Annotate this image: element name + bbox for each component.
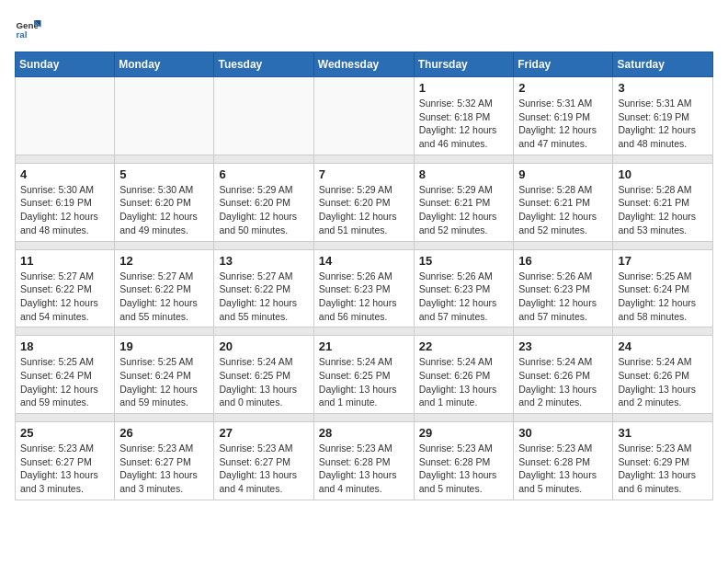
day-cell: 29Sunrise: 5:23 AM Sunset: 6:28 PM Dayli…	[414, 422, 514, 500]
day-info: Sunrise: 5:26 AM Sunset: 6:23 PM Dayligh…	[518, 270, 608, 324]
day-number: 31	[618, 426, 708, 440]
day-info: Sunrise: 5:25 AM Sunset: 6:24 PM Dayligh…	[119, 355, 209, 409]
day-cell: 26Sunrise: 5:23 AM Sunset: 6:27 PM Dayli…	[115, 422, 214, 500]
day-info: Sunrise: 5:24 AM Sunset: 6:26 PM Dayligh…	[518, 355, 608, 409]
day-info: Sunrise: 5:27 AM Sunset: 6:22 PM Dayligh…	[20, 270, 109, 324]
day-number: 13	[219, 254, 308, 268]
page-header: Gene ral	[15, 15, 713, 42]
day-info: Sunrise: 5:30 AM Sunset: 6:20 PM Dayligh…	[119, 183, 209, 237]
day-cell: 28Sunrise: 5:23 AM Sunset: 6:28 PM Dayli…	[313, 422, 414, 500]
row-divider	[16, 414, 713, 422]
day-cell: 31Sunrise: 5:23 AM Sunset: 6:29 PM Dayli…	[613, 422, 713, 500]
day-cell: 16Sunrise: 5:26 AM Sunset: 6:23 PM Dayli…	[514, 249, 613, 327]
day-number: 10	[618, 167, 708, 181]
day-cell: 27Sunrise: 5:23 AM Sunset: 6:27 PM Dayli…	[214, 422, 313, 500]
day-number: 5	[119, 167, 209, 181]
row-divider	[16, 327, 713, 336]
weekday-header-row: SundayMondayTuesdayWednesdayThursdayFrid…	[16, 52, 713, 77]
weekday-monday: Monday	[115, 52, 214, 77]
day-cell: 1Sunrise: 5:32 AM Sunset: 6:18 PM Daylig…	[414, 77, 514, 155]
day-number: 16	[518, 254, 608, 268]
day-cell: 7Sunrise: 5:29 AM Sunset: 6:20 PM Daylig…	[313, 163, 414, 241]
day-cell: 9Sunrise: 5:28 AM Sunset: 6:21 PM Daylig…	[514, 163, 613, 241]
day-info: Sunrise: 5:28 AM Sunset: 6:21 PM Dayligh…	[518, 183, 608, 237]
row-divider	[16, 241, 713, 249]
day-cell	[214, 77, 313, 155]
day-cell: 4Sunrise: 5:30 AM Sunset: 6:19 PM Daylig…	[16, 163, 115, 241]
day-info: Sunrise: 5:29 AM Sunset: 6:20 PM Dayligh…	[219, 183, 308, 237]
day-cell: 19Sunrise: 5:25 AM Sunset: 6:24 PM Dayli…	[115, 336, 214, 414]
day-cell	[16, 77, 115, 155]
weekday-saturday: Saturday	[613, 52, 713, 77]
day-cell: 13Sunrise: 5:27 AM Sunset: 6:22 PM Dayli…	[214, 249, 313, 327]
day-info: Sunrise: 5:24 AM Sunset: 6:26 PM Dayligh…	[618, 355, 708, 409]
weekday-thursday: Thursday	[414, 52, 514, 77]
day-info: Sunrise: 5:32 AM Sunset: 6:18 PM Dayligh…	[419, 97, 509, 151]
row-divider	[16, 155, 713, 163]
day-info: Sunrise: 5:23 AM Sunset: 6:28 PM Dayligh…	[419, 442, 509, 496]
day-info: Sunrise: 5:23 AM Sunset: 6:27 PM Dayligh…	[20, 442, 109, 496]
day-info: Sunrise: 5:23 AM Sunset: 6:27 PM Dayligh…	[119, 442, 209, 496]
logo: Gene ral	[15, 15, 46, 42]
day-info: Sunrise: 5:25 AM Sunset: 6:24 PM Dayligh…	[618, 270, 708, 324]
day-number: 14	[319, 254, 409, 268]
day-number: 6	[219, 167, 308, 181]
day-info: Sunrise: 5:24 AM Sunset: 6:26 PM Dayligh…	[419, 355, 509, 409]
day-cell: 8Sunrise: 5:29 AM Sunset: 6:21 PM Daylig…	[414, 163, 514, 241]
day-info: Sunrise: 5:30 AM Sunset: 6:19 PM Dayligh…	[20, 183, 109, 237]
day-cell: 25Sunrise: 5:23 AM Sunset: 6:27 PM Dayli…	[16, 422, 115, 500]
day-number: 27	[219, 426, 308, 440]
week-row-5: 25Sunrise: 5:23 AM Sunset: 6:27 PM Dayli…	[16, 422, 713, 500]
day-cell: 12Sunrise: 5:27 AM Sunset: 6:22 PM Dayli…	[115, 249, 214, 327]
day-cell: 17Sunrise: 5:25 AM Sunset: 6:24 PM Dayli…	[613, 249, 713, 327]
logo-icon: Gene ral	[15, 15, 42, 42]
day-cell: 6Sunrise: 5:29 AM Sunset: 6:20 PM Daylig…	[214, 163, 313, 241]
day-cell: 18Sunrise: 5:25 AM Sunset: 6:24 PM Dayli…	[16, 336, 115, 414]
day-info: Sunrise: 5:23 AM Sunset: 6:29 PM Dayligh…	[618, 442, 708, 496]
day-cell: 22Sunrise: 5:24 AM Sunset: 6:26 PM Dayli…	[414, 336, 514, 414]
day-cell	[313, 77, 414, 155]
day-cell: 24Sunrise: 5:24 AM Sunset: 6:26 PM Dayli…	[613, 336, 713, 414]
week-row-2: 4Sunrise: 5:30 AM Sunset: 6:19 PM Daylig…	[16, 163, 713, 241]
weekday-friday: Friday	[514, 52, 613, 77]
day-info: Sunrise: 5:26 AM Sunset: 6:23 PM Dayligh…	[319, 270, 409, 324]
week-row-3: 11Sunrise: 5:27 AM Sunset: 6:22 PM Dayli…	[16, 249, 713, 327]
day-cell: 10Sunrise: 5:28 AM Sunset: 6:21 PM Dayli…	[613, 163, 713, 241]
day-info: Sunrise: 5:29 AM Sunset: 6:20 PM Dayligh…	[319, 183, 409, 237]
day-number: 17	[618, 254, 708, 268]
day-number: 15	[419, 254, 509, 268]
week-row-1: 1Sunrise: 5:32 AM Sunset: 6:18 PM Daylig…	[16, 77, 713, 155]
day-cell: 11Sunrise: 5:27 AM Sunset: 6:22 PM Dayli…	[16, 249, 115, 327]
day-number: 1	[419, 81, 509, 95]
day-number: 19	[119, 339, 209, 353]
day-info: Sunrise: 5:24 AM Sunset: 6:25 PM Dayligh…	[319, 355, 409, 409]
day-info: Sunrise: 5:31 AM Sunset: 6:19 PM Dayligh…	[518, 97, 608, 151]
day-info: Sunrise: 5:23 AM Sunset: 6:28 PM Dayligh…	[319, 442, 409, 496]
day-cell: 21Sunrise: 5:24 AM Sunset: 6:25 PM Dayli…	[313, 336, 414, 414]
svg-text:ral: ral	[17, 29, 28, 40]
day-info: Sunrise: 5:31 AM Sunset: 6:19 PM Dayligh…	[618, 97, 708, 151]
day-cell: 23Sunrise: 5:24 AM Sunset: 6:26 PM Dayli…	[514, 336, 613, 414]
day-info: Sunrise: 5:23 AM Sunset: 6:27 PM Dayligh…	[219, 442, 308, 496]
week-row-4: 18Sunrise: 5:25 AM Sunset: 6:24 PM Dayli…	[16, 336, 713, 414]
day-info: Sunrise: 5:24 AM Sunset: 6:25 PM Dayligh…	[219, 355, 308, 409]
weekday-wednesday: Wednesday	[313, 52, 414, 77]
day-number: 28	[319, 426, 409, 440]
day-number: 26	[119, 426, 209, 440]
day-cell: 3Sunrise: 5:31 AM Sunset: 6:19 PM Daylig…	[613, 77, 713, 155]
day-info: Sunrise: 5:28 AM Sunset: 6:21 PM Dayligh…	[618, 183, 708, 237]
day-number: 4	[20, 167, 109, 181]
day-number: 23	[518, 339, 608, 353]
day-info: Sunrise: 5:26 AM Sunset: 6:23 PM Dayligh…	[419, 270, 509, 324]
day-number: 8	[419, 167, 509, 181]
day-cell: 20Sunrise: 5:24 AM Sunset: 6:25 PM Dayli…	[214, 336, 313, 414]
day-number: 20	[219, 339, 308, 353]
day-cell: 14Sunrise: 5:26 AM Sunset: 6:23 PM Dayli…	[313, 249, 414, 327]
day-cell: 2Sunrise: 5:31 AM Sunset: 6:19 PM Daylig…	[514, 77, 613, 155]
weekday-tuesday: Tuesday	[214, 52, 313, 77]
day-number: 11	[20, 254, 109, 268]
day-number: 21	[319, 339, 409, 353]
day-number: 9	[518, 167, 608, 181]
day-number: 29	[419, 426, 509, 440]
day-number: 24	[618, 339, 708, 353]
